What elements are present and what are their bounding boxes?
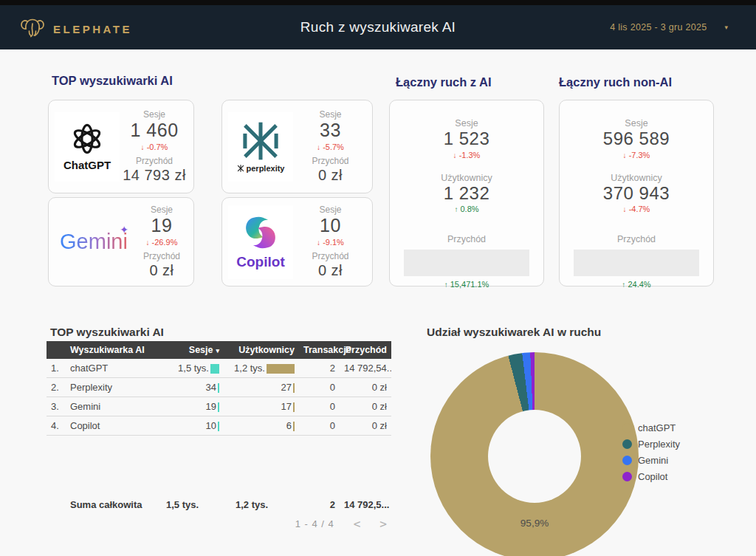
donut-chart[interactable]: 95,9% (430, 352, 639, 556)
arrow-down-icon: ↓ (146, 238, 150, 247)
sessions-delta: ↓ -5.7% (293, 143, 368, 151)
users-delta: ↑ 0.8% (441, 205, 492, 213)
summary-revenue: 14 792,5... (340, 496, 391, 513)
chevron-down-icon: ▾ (724, 24, 728, 31)
legend-item-copilot: Copilot (622, 471, 680, 482)
revenue-label: Przychód (134, 251, 189, 261)
table-pagination: 1 - 4 / 4 < > (47, 517, 391, 531)
sessions-delta: ↓ -9.1% (293, 238, 368, 247)
scorecard-total-ai: Sesje 1 523 ↓ -1.3% Użytkownicy 1 232 ↑ … (389, 100, 544, 286)
engine-name: Gemini (66, 397, 156, 416)
users-label: Użytkownicy (441, 173, 492, 183)
users-label: Użytkownicy (603, 173, 670, 183)
arrow-down-icon: ↓ (453, 151, 457, 159)
revenue-redacted-value (574, 250, 699, 276)
arrow-up-icon: ↑ (454, 205, 458, 213)
index-column-header (47, 341, 66, 359)
users-value: 1 232 (441, 183, 492, 204)
users-bar (293, 383, 295, 393)
revenue-redacted-value (404, 250, 529, 276)
date-range-selector[interactable]: 4 lis 2025 - 3 gru 2025 ▾ (610, 5, 728, 49)
revenue-label: Przychód (120, 156, 189, 166)
users-bar (293, 422, 295, 431)
sessions-delta: ↓ -0.7% (120, 143, 189, 151)
next-page-icon[interactable]: > (379, 517, 387, 531)
copilot-logo: Copilot (228, 205, 293, 279)
sessions-label: Sesje (293, 205, 368, 215)
scorecard-gemini: ✦ Gemini Sesje 19 ↓ -26.9% Przychód 0 zł (48, 197, 194, 286)
sessions-label: Sesje (603, 118, 670, 128)
column-header-transactions[interactable]: Transakcje (299, 341, 340, 359)
copilot-wordmark: Copilot (236, 254, 284, 270)
revenue-label: Przychód (293, 156, 368, 166)
app-header: ELEPHATE Ruch z wyszukiwarek AI 4 lis 20… (0, 5, 756, 49)
legend-dot (622, 456, 632, 465)
revenue-value: 0 zł (293, 261, 368, 279)
table-title: TOP wyszukiwarki AI (50, 326, 164, 339)
table-header-row: Wyszukiwarka AI Sesje▾ Użytkownicy Trans… (47, 341, 391, 359)
revenue-label: Przychód (574, 234, 699, 244)
table-summary-row: Suma całkowita 1,5 tys. 1,2 tys. 2 14 79… (47, 496, 391, 513)
gemini-logo: ✦ Gemini (53, 230, 134, 254)
copilot-ribbon-icon (242, 214, 279, 251)
column-header-revenue[interactable]: Przychód (340, 341, 391, 359)
chatgpt-knot-icon (70, 122, 104, 156)
arrow-up-icon: ↑ (622, 281, 625, 289)
legend-item-chatgpt: chatGPT (622, 422, 680, 433)
perplexity-wordmark: perplexity (237, 164, 285, 173)
column-header-sessions[interactable]: Sesje▾ (156, 341, 224, 359)
table-row[interactable]: 3. Gemini 19 17 0 0 zł (47, 397, 391, 416)
sessions-value: 1 523 (444, 128, 490, 149)
perplexity-logo: perplexity (228, 112, 293, 182)
sessions-value: 596 589 (603, 128, 670, 149)
window-top-strip (0, 0, 756, 5)
sessions-label: Sesje (134, 205, 189, 215)
sessions-delta: ↓ -1.3% (444, 151, 490, 159)
sessions-delta: ↓ -7.3% (603, 151, 670, 159)
revenue-label: Przychód (293, 251, 368, 261)
revenue-value: 0 zł (134, 261, 189, 279)
legend-item-perplexity: Perplexity (622, 439, 680, 450)
engine-name: Perplexity (66, 378, 156, 397)
scorecard-perplexity: perplexity Sesje 33 ↓ -5.7% Przychód 0 z… (221, 100, 373, 193)
sessions-bar (218, 402, 219, 412)
column-header-engine[interactable]: Wyszukiwarka AI (66, 341, 156, 359)
donut-hole (488, 410, 581, 503)
users-bar (293, 402, 295, 412)
summary-transactions: 2 (299, 496, 340, 513)
prev-page-icon[interactable]: < (354, 517, 361, 531)
engine-name: Copilot (66, 416, 156, 436)
revenue-value: 0 zł (293, 166, 368, 184)
sparkle-icon: ✦ (120, 224, 128, 236)
sort-desc-icon: ▾ (216, 347, 219, 354)
sessions-value: 10 (293, 215, 368, 236)
legend-dot (622, 423, 632, 433)
arrow-down-icon: ↓ (317, 143, 320, 151)
arrow-down-icon: ↓ (317, 238, 320, 247)
chatgpt-logo: ChatGPT (55, 112, 120, 182)
gemini-wordmark: Gemini (60, 230, 128, 253)
section-title-total-ai: Łączny ruch z AI (396, 75, 492, 89)
sessions-value: 19 (134, 215, 189, 236)
perplexity-mark-icon (241, 121, 281, 161)
table-row[interactable]: 1. chatGPT 1,5 tys. 1,2 tys. 2 14 792,54… (47, 359, 391, 378)
summary-users: 1,2 tys. (224, 496, 299, 513)
sessions-bar (218, 383, 219, 393)
sessions-label: Sesje (120, 109, 189, 120)
donut-chart-title: Udział wyszukiwarek AI w ruchu (427, 326, 601, 339)
chatgpt-wordmark: ChatGPT (63, 159, 111, 171)
revenue-value: 14 793 zł (120, 166, 189, 184)
arrow-down-icon: ↓ (141, 143, 145, 151)
sessions-value: 1 460 (120, 120, 189, 141)
scorecard-copilot: Copilot Sesje 10 ↓ -9.1% Przychód 0 zł (221, 197, 373, 286)
chart-legend: chatGPT Perplexity Gemini Copilot (622, 422, 680, 482)
table-row[interactable]: 2. Perplexity 34 27 0 0 zł (47, 378, 391, 397)
arrow-down-icon: ↓ (623, 151, 627, 159)
column-header-users[interactable]: Użytkownicy (224, 341, 299, 359)
summary-sessions: 1,5 tys. (156, 496, 224, 513)
sessions-bar (218, 422, 219, 431)
legend-dot (622, 439, 632, 449)
users-bar (267, 364, 295, 374)
sessions-label: Sesje (293, 109, 368, 120)
table-row[interactable]: 4. Copilot 10 6 0 0 zł (47, 416, 391, 436)
